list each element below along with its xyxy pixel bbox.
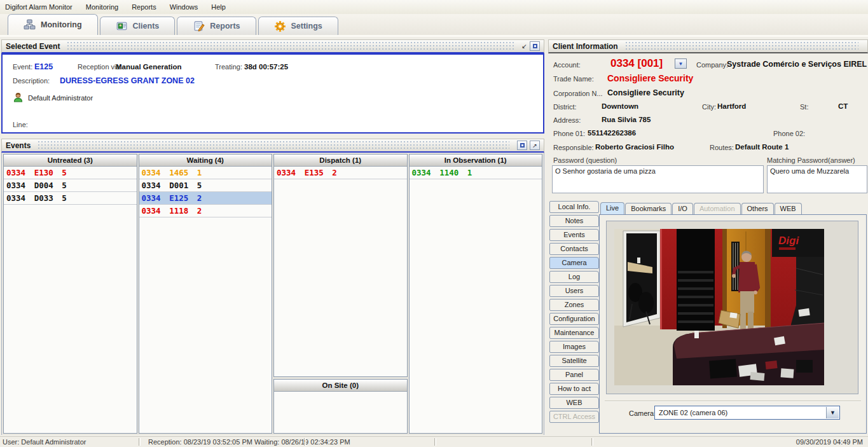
event-row[interactable]: 0334 1118 2 (139, 205, 272, 217)
event-row[interactable]: 0334 D001 5 (139, 179, 272, 192)
clients-icon (116, 20, 128, 32)
status-waiting: Waiting: 08/26/19 02:34:23 PM (254, 438, 350, 446)
camera-tab-others[interactable]: Others (741, 203, 774, 214)
password-answer-input[interactable]: Quero uma de Muzzarela (767, 165, 867, 193)
side-tab-how-to-act[interactable]: How to act (549, 383, 599, 395)
event-rows: 0334 1140 1 (410, 167, 542, 433)
address-value: Rua Silvia 785 (602, 116, 651, 123)
column-header: Dispatch (1) (274, 155, 407, 167)
side-tab-local-info[interactable]: Local Info. (549, 201, 599, 213)
event-rows: 0334 E135 2 (274, 167, 407, 376)
city-value: Hartford (717, 102, 746, 110)
camera-tab-web[interactable]: WEB (775, 203, 802, 214)
tab-label: Monitoring (41, 20, 82, 29)
event-section-dispatch-1: Dispatch (1)0334 E135 2 (273, 154, 408, 377)
password-answer-label: Matching Password(answer) (767, 156, 855, 164)
address-label: Address: (553, 116, 581, 124)
dock-arrow-icon: ↙ (522, 43, 527, 50)
tab-label: Reports (210, 22, 240, 31)
camera-selected-option: ZONE 02 (camera 06) (659, 409, 727, 416)
event-rows: 0334 1465 10334 D001 50334 E125 20334 11… (139, 167, 272, 433)
camera-tab-live[interactable]: Live (600, 202, 624, 214)
event-row[interactable]: 0334 1140 1 (410, 167, 542, 179)
side-tab-images[interactable]: Images (549, 341, 599, 353)
monitoring-icon (24, 19, 36, 31)
main-tabs: MonitoringClientsReportsSettings (8, 14, 340, 35)
event-column: Untreated (3)0334 E130 50334 D004 50334 … (3, 154, 137, 434)
side-tab-satellite[interactable]: Satellite (549, 355, 599, 367)
svg-text:Digi: Digi (778, 235, 799, 247)
menu-item-digifort-alarm-monitor[interactable]: Digifort Alarm Monitor (5, 3, 72, 11)
client-info-panel: Client Information Account: 0334 [001] ▼… (548, 39, 868, 197)
side-tab-contacts[interactable]: Contacts (549, 243, 599, 255)
side-tab-panel[interactable]: Panel (549, 369, 599, 381)
side-tab-configuration[interactable]: Configuration (549, 313, 599, 325)
tab-monitoring[interactable]: Monitoring (8, 14, 98, 35)
event-row[interactable]: 0334 E130 5 (4, 167, 137, 179)
password-question-input[interactable]: O Senhor gostaria de uma pizza (552, 165, 764, 193)
divider (434, 438, 436, 446)
restore-icon (533, 44, 537, 48)
event-row[interactable]: 0334 E125 2 (139, 192, 272, 205)
side-tab-notes[interactable]: Notes (549, 215, 599, 227)
district-value: Downtown (602, 102, 638, 110)
routes-label: Routes: (710, 144, 734, 151)
header-pattern (626, 42, 858, 50)
column-header: On Site (0) (274, 380, 407, 392)
password-question-label: Password (question) (553, 156, 617, 164)
tab-reports[interactable]: Reports (177, 17, 256, 35)
menu-item-help[interactable]: Help (211, 3, 226, 11)
event-value: E125 (34, 62, 53, 71)
menu-item-monitoring[interactable]: Monitoring (86, 3, 118, 11)
side-tab-camera[interactable]: Camera (549, 257, 599, 269)
reports-icon (193, 20, 205, 32)
camera-frame: Digi (606, 221, 858, 394)
event-row[interactable]: 0334 1465 1 (139, 167, 272, 179)
menu-item-reports[interactable]: Reports (132, 3, 156, 11)
header-pattern (67, 42, 514, 50)
side-tab-maintenance[interactable]: Maintenance (549, 327, 599, 339)
selected-event-header: Selected Event ↙ (1, 39, 544, 53)
company-value: Systrade Comércio e Serviços EIREL (727, 60, 868, 69)
company-label: Company: (696, 61, 728, 69)
panel-title: Events (6, 141, 38, 150)
tab-settings[interactable]: Settings (258, 17, 338, 35)
camera-tab-i-o[interactable]: I/O (672, 203, 693, 214)
event-row[interactable]: 0334 E135 2 (274, 167, 407, 179)
menu-item-windows[interactable]: Windows (170, 3, 198, 11)
side-tab-users[interactable]: Users (549, 285, 599, 297)
event-row[interactable]: 0334 D033 5 (4, 192, 137, 205)
column-header: In Observation (1) (410, 155, 542, 167)
menu-bar: Digifort Alarm MonitorMonitoringReportsW… (0, 0, 868, 14)
tab-label: Clients (133, 22, 160, 31)
account-dropdown-button[interactable]: ▼ (675, 58, 687, 69)
side-tab-events[interactable]: Events (549, 229, 599, 241)
client-info-body: Account: 0334 [001] ▼ Company: Systrade … (548, 53, 868, 197)
status-bar: User: Default Administrator Reception: 0… (0, 436, 868, 447)
tab-clients[interactable]: Clients (100, 17, 176, 35)
chevron-down-icon[interactable]: ▼ (826, 407, 839, 418)
operator-avatar-icon (13, 92, 24, 103)
left-column: Selected Event ↙ Event: E125 Reception v… (1, 39, 544, 435)
divider (591, 438, 593, 446)
restore-panel-button[interactable] (517, 141, 527, 150)
camera-select-dropdown[interactable]: ZONE 02 (camera 06) ▼ (654, 406, 840, 420)
responsible-value: Roberto Graciosi Filho (595, 143, 674, 151)
event-column: Waiting (4)0334 1465 10334 D001 50334 E1… (139, 154, 273, 434)
side-tab-list: Local Info.NotesEventsContactsCameraLogU… (549, 201, 599, 425)
maximize-panel-button[interactable]: ↗ (530, 141, 540, 150)
event-row[interactable]: 0334 D004 5 (4, 179, 137, 192)
side-tab-log[interactable]: Log (549, 271, 599, 283)
phone1-label: Phone 01: (553, 130, 585, 137)
reception-value: Manual Generation (116, 63, 182, 71)
event-section-in-observation-1: In Observation (1)0334 1140 1 (409, 154, 543, 434)
settings-icon (274, 20, 286, 32)
camera-tab-bookmarks[interactable]: Bookmarks (625, 203, 672, 214)
camera-content: Digi (599, 214, 867, 434)
side-tab-web[interactable]: WEB (549, 397, 599, 409)
description-label: Description: (13, 77, 50, 85)
side-tab-zones[interactable]: Zones (549, 299, 599, 311)
event-section-on-site-0: On Site (0) (273, 379, 408, 434)
restore-panel-button[interactable] (530, 41, 540, 51)
event-rows (274, 392, 407, 433)
